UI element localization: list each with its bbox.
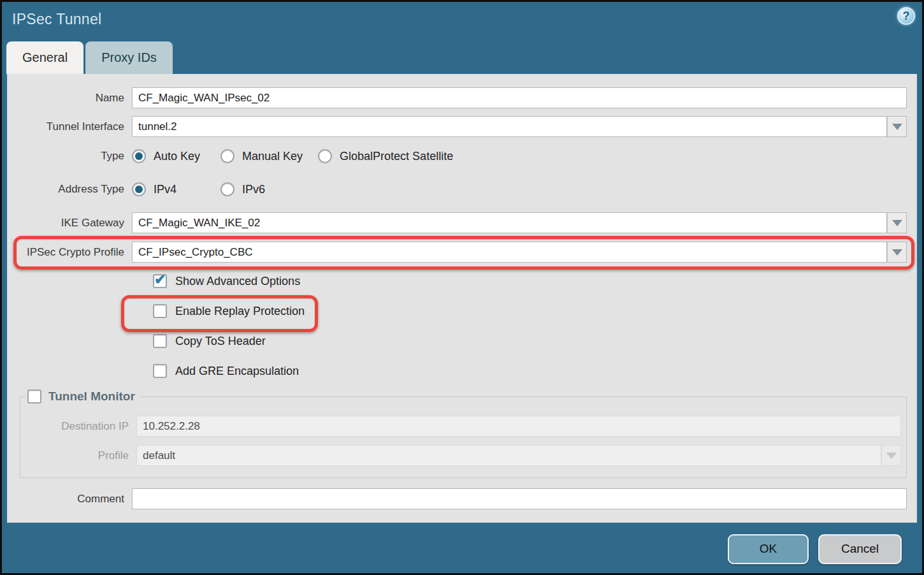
- radio-ipv6[interactable]: IPv6: [220, 182, 309, 196]
- ike-gateway-input[interactable]: [132, 212, 887, 233]
- ipsec-crypto-profile-dropdown-button[interactable]: [887, 242, 907, 263]
- comment-input[interactable]: [132, 488, 907, 509]
- profile-row: Profile: [20, 445, 901, 466]
- tunnel-interface-dropdown-button[interactable]: [887, 116, 907, 137]
- ipsec-crypto-profile-label: IPSec Crypto Profile: [21, 246, 132, 259]
- tab-proxy-ids[interactable]: Proxy IDs: [85, 41, 173, 74]
- cancel-button[interactable]: Cancel: [818, 534, 902, 564]
- show-advanced-options-row: Show Advanced Options: [21, 273, 907, 289]
- footer-bar: OK Cancel: [2, 523, 922, 575]
- tunnel-monitor-legend: Tunnel Monitor: [26, 389, 140, 404]
- ike-gateway-dropdown-button[interactable]: [887, 212, 907, 233]
- ike-gateway-row: IKE Gateway: [21, 212, 907, 233]
- tunnel-interface-label: Tunnel Interface: [21, 120, 132, 133]
- radio-button-icon[interactable]: [220, 149, 235, 163]
- name-row: Name: [21, 87, 907, 108]
- comment-label: Comment: [21, 493, 132, 506]
- tunnel-monitor-section: Tunnel Monitor Destination IP Profile: [20, 389, 907, 478]
- add-gre-encapsulation-row: Add GRE Encapsulation: [21, 363, 907, 379]
- radio-ipv4[interactable]: IPv4: [132, 182, 220, 196]
- radio-button-icon[interactable]: [318, 149, 332, 163]
- profile-input: [136, 445, 881, 466]
- tunnel-interface-input[interactable]: [132, 116, 887, 137]
- destination-ip-label: Destination IP: [20, 420, 136, 433]
- profile-dropdown-button: [881, 445, 901, 466]
- ike-gateway-label: IKE Gateway: [21, 217, 132, 229]
- ipsec-crypto-profile-input[interactable]: [132, 242, 887, 263]
- address-type-label: Address Type: [21, 183, 132, 196]
- dialog-title: IPSec Tunnel: [12, 11, 101, 28]
- chevron-down-icon: [892, 220, 902, 226]
- profile-label: Profile: [20, 449, 136, 462]
- ipsec-crypto-profile-row: IPSec Crypto Profile: [21, 242, 907, 263]
- radio-button-icon[interactable]: [132, 182, 146, 196]
- radio-button-icon[interactable]: [132, 149, 146, 163]
- help-question-icon[interactable]: ?: [897, 7, 915, 25]
- show-advanced-options-checkbox[interactable]: [153, 274, 167, 288]
- title-bar: IPSec Tunnel ?: [2, 2, 922, 40]
- radio-button-icon[interactable]: [220, 182, 235, 196]
- copy-tos-header-checkbox[interactable]: [153, 334, 167, 348]
- comment-row: Comment: [21, 488, 907, 509]
- tab-bar: General Proxy IDs: [6, 41, 173, 74]
- general-tab-panel: Name Tunnel Interface Type Auto Key: [7, 74, 917, 523]
- tunnel-monitor-checkbox[interactable]: [27, 389, 41, 404]
- name-input[interactable]: [132, 87, 907, 108]
- radio-globalprotect-satellite[interactable]: GlobalProtect Satellite: [318, 149, 468, 163]
- ipsec-tunnel-dialog: IPSec Tunnel ? General Proxy IDs Name Tu…: [0, 0, 924, 575]
- destination-ip-input: [136, 416, 901, 437]
- enable-replay-protection-row: Enable Replay Protection: [21, 303, 907, 319]
- destination-ip-row: Destination IP: [20, 416, 901, 437]
- enable-replay-protection-checkbox[interactable]: [153, 304, 167, 318]
- radio-manual-key[interactable]: Manual Key: [220, 149, 318, 163]
- add-gre-encapsulation-checkbox[interactable]: [153, 364, 167, 378]
- ok-button[interactable]: OK: [728, 534, 809, 564]
- tunnel-interface-row: Tunnel Interface: [21, 116, 907, 137]
- chevron-down-icon: [886, 453, 897, 459]
- type-row: Type Auto Key Manual Key GlobalProtect S…: [21, 147, 907, 165]
- name-label: Name: [21, 92, 132, 105]
- copy-tos-header-row: Copy ToS Header: [21, 333, 907, 349]
- address-type-row: Address Type IPv4 IPv6: [21, 180, 907, 198]
- chevron-down-icon: [892, 249, 902, 256]
- radio-auto-key[interactable]: Auto Key: [132, 149, 220, 163]
- chevron-down-icon: [892, 124, 902, 130]
- type-label: Type: [21, 150, 132, 163]
- tab-general[interactable]: General: [6, 41, 83, 74]
